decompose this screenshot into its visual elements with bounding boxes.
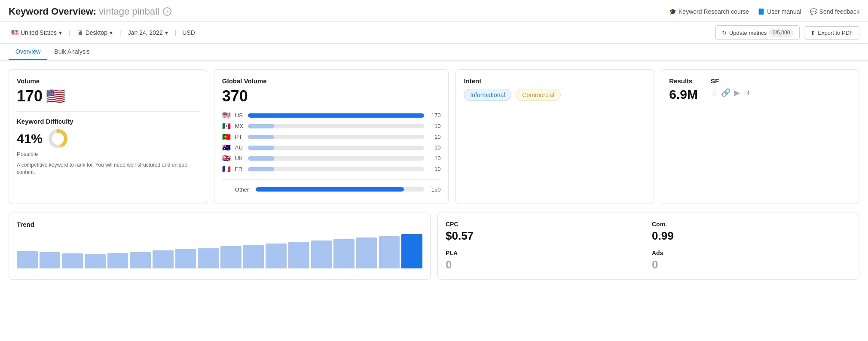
cpc-value: $0.57 [446, 229, 645, 243]
bar-row-mx: 🇲🇽 MX 10 [222, 122, 441, 130]
trend-bar [288, 242, 309, 268]
tab-overview[interactable]: Overview [9, 44, 47, 60]
intent-badges: Informational Commercial [464, 89, 646, 101]
bar-fill-uk [248, 156, 275, 161]
sf-label: SF [711, 77, 750, 85]
tab-bulk-analysis[interactable]: Bulk Analysis [47, 44, 96, 60]
export-icon: ⬆ [810, 30, 815, 36]
bar-row-fr: 🇫🇷 FR 10 [222, 165, 441, 173]
kd-section: Keyword Difficulty 41% Possible A compet… [17, 118, 199, 176]
export-label: Export to PDF [818, 30, 853, 36]
pla-label: PLA [446, 250, 645, 256]
volume-value: 170 [17, 87, 43, 105]
pla-item: PLA 0 [446, 250, 645, 271]
bar-fill-fr [248, 167, 275, 171]
global-volume-card: Global Volume 370 🇺🇸 US 170 🇲🇽 MX 10 🇵🇹 … [214, 69, 449, 204]
intent-badge-commercial: Commercial [516, 89, 561, 101]
cpc-card: CPC $0.57 Com. 0.99 PLA 0 Ads 0 [437, 213, 859, 280]
star-icon: ☆ [711, 88, 718, 97]
link-icon: 🔗 [721, 88, 730, 97]
bar-row-us: 🇺🇸 US 170 [222, 111, 441, 119]
com-item: Com. 0.99 [652, 221, 851, 243]
kd-value: 41% [17, 131, 43, 146]
cpc-item: CPC $0.57 [446, 221, 645, 243]
desktop-icon: 🖥 [77, 29, 83, 36]
trend-card: Trend [9, 213, 431, 280]
bar-fill-au [248, 146, 275, 150]
cpc-label: CPC [446, 221, 645, 228]
trend-bar [220, 246, 241, 268]
divider [17, 111, 199, 112]
flag-au: 🇦🇺 [222, 143, 232, 152]
sf-col: SF ☆ 🔗 ▶ +4 [711, 77, 750, 102]
trend-bar [85, 254, 106, 268]
flag-pt: 🇵🇹 [222, 133, 232, 141]
ads-value: 0 [652, 258, 851, 271]
trend-bar [198, 248, 219, 268]
global-volume-label: Global Volume [222, 77, 441, 85]
intent-card: Intent Informational Commercial [455, 69, 654, 204]
date-selector[interactable]: Jan 24, 2022 ▾ [125, 27, 171, 38]
bar-track-uk [248, 156, 425, 161]
update-count-badge: 0/5,000 [769, 29, 793, 37]
trend-bar [175, 249, 196, 268]
intent-label: Intent [464, 77, 646, 85]
chevron-down-icon: ▾ [110, 29, 113, 36]
bar-row-au: 🇦🇺 AU 10 [222, 143, 441, 152]
divider: | [175, 29, 177, 36]
trend-bar [333, 239, 355, 268]
volume-card: Volume 170 🇺🇸 Keyword Difficulty 41% Pos… [9, 69, 207, 204]
date-label: Jan 24, 2022 [128, 29, 163, 36]
header-right: 🎓 Keyword Research course 📘 User manual … [669, 8, 859, 15]
update-metrics-label: Update metrics [729, 30, 767, 36]
bar-track-pt [248, 135, 425, 139]
bar-row-other: 🏳 Other 150 [222, 186, 441, 193]
kd-possible: Possible [17, 151, 199, 157]
trend-bar [107, 253, 128, 268]
bar-fill-pt [248, 135, 275, 139]
header-left: Keyword Overview: vintage pinball + [9, 6, 171, 17]
country-selector[interactable]: 🇺🇸 United States ▾ [9, 27, 64, 38]
export-pdf-button[interactable]: ⬆ Export to PDF [804, 26, 859, 40]
graduation-icon: 🎓 [669, 8, 676, 15]
book-icon: 📘 [758, 8, 765, 15]
keyword-course-link[interactable]: 🎓 Keyword Research course [669, 8, 749, 15]
device-label: Desktop [86, 29, 107, 36]
refresh-icon: ↻ [722, 30, 727, 36]
chevron-down-icon: ▾ [59, 29, 62, 36]
trend-label: Trend [17, 221, 422, 228]
trend-bar [266, 244, 287, 268]
bar-track-fr [248, 167, 425, 171]
results-card: Results 6.9M SF ☆ 🔗 ▶ +4 [661, 69, 859, 204]
kd-donut-chart [48, 128, 68, 149]
bar-fill-mx [248, 124, 275, 128]
chevron-down-icon: ▾ [165, 29, 168, 36]
pla-value: 0 [446, 258, 645, 271]
device-selector[interactable]: 🖥 Desktop ▾ [75, 27, 115, 38]
volume-value-row: 170 🇺🇸 [17, 87, 199, 105]
bar-row-pt: 🇵🇹 PT 10 [222, 133, 441, 141]
update-metrics-button[interactable]: ↻ Update metrics 0/5,000 [715, 25, 800, 40]
bar-track-us [248, 113, 425, 118]
com-value: 0.99 [652, 229, 851, 243]
intent-badge-info: Informational [464, 89, 511, 101]
course-label: Keyword Research course [679, 8, 749, 15]
com-label: Com. [652, 221, 851, 228]
trend-bar [40, 252, 61, 268]
title-prefix: Keyword Overview: [9, 6, 96, 17]
send-feedback-link[interactable]: 💬 Send feedback [810, 8, 859, 15]
toolbar-left: 🇺🇸 United States ▾ | 🖥 Desktop ▾ | Jan 2… [9, 27, 195, 38]
trend-bar [401, 234, 422, 268]
bar-fill-other [256, 187, 404, 192]
add-keyword-icon[interactable]: + [163, 7, 171, 16]
trend-bar [62, 253, 83, 268]
us-flag: 🇺🇸 [46, 87, 65, 105]
chat-icon: 💬 [810, 8, 817, 15]
trend-bar [311, 241, 332, 268]
user-manual-link[interactable]: 📘 User manual [758, 8, 801, 15]
trend-bar [243, 245, 264, 268]
results-label: Results [669, 77, 698, 85]
bar-row-uk: 🇬🇧 UK 10 [222, 154, 441, 162]
tabs: Overview Bulk Analysis [0, 44, 868, 61]
feedback-label: Send feedback [819, 8, 859, 15]
